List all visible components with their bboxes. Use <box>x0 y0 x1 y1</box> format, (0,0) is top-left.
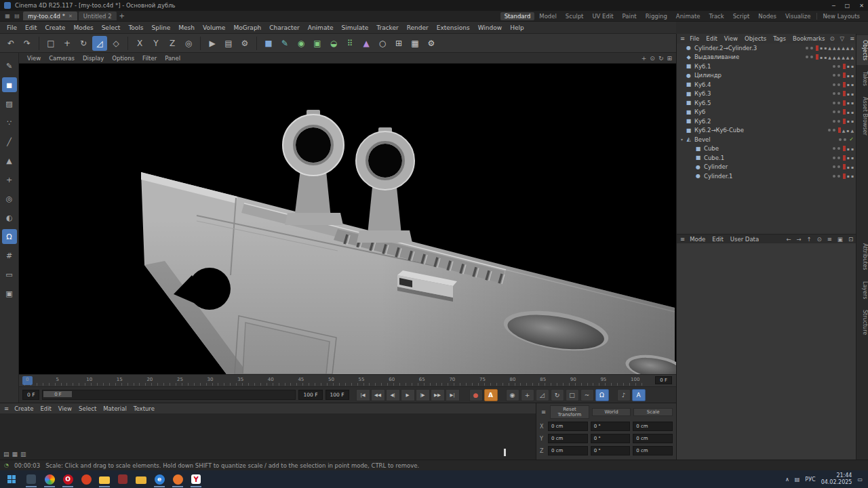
lock-icon[interactable]: ▣ <box>836 236 844 243</box>
visibility-dot-editor[interactable] <box>833 74 835 77</box>
language-indicator[interactable]: РУС <box>805 476 815 483</box>
menu-select[interactable]: Select <box>98 23 125 33</box>
spline-circle-icon[interactable]: ○ <box>375 36 390 51</box>
polygon-tag-icon[interactable]: ▪ <box>851 82 854 87</box>
firefox-icon[interactable] <box>170 471 186 487</box>
redo-icon[interactable]: ↷ <box>20 36 35 51</box>
scale-field[interactable]: 0 cm <box>633 446 673 455</box>
polygon-tag-icon[interactable]: ▪ <box>847 174 850 178</box>
visibility-dot-editor[interactable] <box>833 110 835 113</box>
visibility-dot-render[interactable] <box>837 147 840 150</box>
live-selection-icon[interactable]: □ <box>43 36 58 51</box>
workplane-lock-icon[interactable]: ▣ <box>2 286 17 301</box>
spline-pen-icon[interactable]: ✎ <box>277 36 292 51</box>
move-tool-icon[interactable]: + <box>60 36 75 51</box>
viewport-menu-filter[interactable]: Filter <box>138 55 161 62</box>
menu-mesh[interactable]: Mesh <box>174 23 199 33</box>
last-used-tool-icon[interactable]: ◇ <box>108 36 123 51</box>
object-row[interactable]: ●Cylinder.2→Cylinder.3▪▪▲▲▲▲▲▲ <box>677 43 856 53</box>
object-row[interactable]: ■Cube.1▪▪ <box>677 153 856 163</box>
tray-clock[interactable]: 21:44 04.02.2025 <box>821 472 852 485</box>
deformer-icon[interactable]: ▲ <box>359 36 374 51</box>
viewport-menu-options[interactable]: Options <box>108 55 138 62</box>
polygon-tag-icon[interactable]: ▪ <box>847 119 850 123</box>
objects-menu-bookmarks[interactable]: Bookmarks <box>789 35 829 43</box>
expand-icon[interactable]: ▾ <box>679 137 685 142</box>
side-tab-objects[interactable]: Objects <box>856 35 868 65</box>
viewport-menu-cameras[interactable]: Cameras <box>45 55 79 62</box>
render-picture-viewer-icon[interactable]: ▤ <box>221 36 236 51</box>
viewport-menu-view[interactable]: View <box>23 55 45 62</box>
polygon-tag-icon[interactable]: ▪ <box>847 64 850 68</box>
object-row[interactable]: ■Cube▪▪ <box>677 144 856 154</box>
object-row[interactable]: ▾◭Bevel✓ <box>677 135 856 144</box>
object-row[interactable]: ■Куб.1▪▪ <box>677 62 856 71</box>
menu-character[interactable]: Character <box>265 23 303 33</box>
folder-icon[interactable] <box>133 471 149 487</box>
menu-render[interactable]: Render <box>403 23 433 33</box>
browser-red-icon[interactable] <box>78 471 94 487</box>
layout-tab-standard[interactable]: Standard <box>500 12 535 20</box>
visibility-dot-render[interactable] <box>844 138 846 141</box>
side-tab-asset-browser[interactable]: Asset Browser <box>856 92 868 140</box>
search-icon[interactable]: ⊙ <box>816 236 823 243</box>
material-grid-view-icon[interactable]: ▦ <box>12 451 18 458</box>
attributes-menu-edit[interactable]: Edit <box>709 235 726 243</box>
mograph-cloner-icon[interactable]: ⠿ <box>342 36 357 51</box>
range-end-field[interactable]: 100 F <box>298 390 322 400</box>
tab-close-icon[interactable]: ✕ <box>68 14 73 19</box>
visibility-dot-render[interactable] <box>837 102 840 104</box>
phong-tag-icon[interactable]: ▲ <box>837 55 841 60</box>
x-axis-lock-button[interactable]: X <box>132 36 147 51</box>
z-axis-lock-button[interactable]: Z <box>165 36 180 51</box>
visibility-dot-editor[interactable] <box>833 92 835 95</box>
objects-menu-file[interactable]: File <box>686 35 703 43</box>
visibility-dot-render[interactable] <box>833 129 835 131</box>
next-frame-button[interactable]: |▶ <box>416 389 430 401</box>
points-mode-icon[interactable]: ∵ <box>2 115 17 130</box>
visibility-dot-render[interactable] <box>837 92 840 95</box>
rotation-field[interactable]: 0 ° <box>591 446 631 455</box>
app-red-icon[interactable] <box>115 471 131 487</box>
record-pla-button[interactable]: ~ <box>580 389 594 401</box>
scale-field[interactable]: 0 cm <box>633 422 673 431</box>
materials-menu-material[interactable]: Material <box>100 405 130 413</box>
coordinate-space-dropdown[interactable]: World <box>592 408 631 416</box>
phong-tag-icon[interactable]: ▲ <box>842 128 846 133</box>
previous-frame-button[interactable]: ◀| <box>386 389 400 401</box>
goto-start-button[interactable]: |◀ <box>356 389 370 401</box>
toggle-views-icon[interactable]: ⊞ <box>667 55 672 62</box>
objects-menu-edit[interactable]: Edit <box>703 35 720 43</box>
visibility-dot-editor[interactable] <box>833 65 835 68</box>
position-field[interactable]: 0 cm <box>548 422 588 431</box>
polygon-tag-icon[interactable]: ▪ <box>847 110 850 115</box>
subdivision-surface-icon[interactable]: ◉ <box>294 36 309 51</box>
coordinate-system-icon[interactable]: ◎ <box>181 36 196 51</box>
volume-builder-icon[interactable]: ▣ <box>310 36 325 51</box>
visibility-dot-editor[interactable] <box>839 138 842 141</box>
texture-mode-icon[interactable]: ▨ <box>2 96 17 111</box>
phong-tag-icon[interactable]: ▲ <box>828 45 831 50</box>
menu-volume[interactable]: Volume <box>199 23 229 33</box>
materials-menu-create[interactable]: Create <box>11 405 37 413</box>
enabled-check-icon[interactable]: ✓ <box>849 136 854 142</box>
visibility-dot-render[interactable] <box>837 110 840 113</box>
polygon-tag-icon[interactable]: ▪ <box>851 155 854 160</box>
objects-menu-view[interactable]: View <box>721 35 741 43</box>
polygon-tag-icon[interactable]: ▪ <box>851 92 854 96</box>
materials-scrollbar[interactable] <box>504 449 506 456</box>
current-frame-field[interactable]: 0 F <box>22 390 39 400</box>
chrome-icon[interactable] <box>41 471 58 487</box>
visibility-dot-editor[interactable] <box>833 120 835 123</box>
layout-tab-model[interactable]: Model <box>535 12 561 20</box>
record-position-button[interactable]: + <box>521 389 534 401</box>
visibility-dot-editor[interactable] <box>833 83 835 86</box>
object-row[interactable]: ●Цилиндр▪▪ <box>677 71 856 81</box>
object-row[interactable]: ■Куб.3▪▪ <box>677 89 856 99</box>
phong-tag-icon[interactable]: ▲ <box>846 45 850 50</box>
materials-menu-edit[interactable]: Edit <box>37 405 54 413</box>
keyboard-icon[interactable]: ▤ <box>795 476 800 483</box>
menu-extensions[interactable]: Extensions <box>433 23 474 33</box>
phong-tag-icon[interactable]: ▲ <box>842 55 845 60</box>
timeline-ruler[interactable]: 0 F 051015202530354045505560657075808590… <box>19 374 676 386</box>
